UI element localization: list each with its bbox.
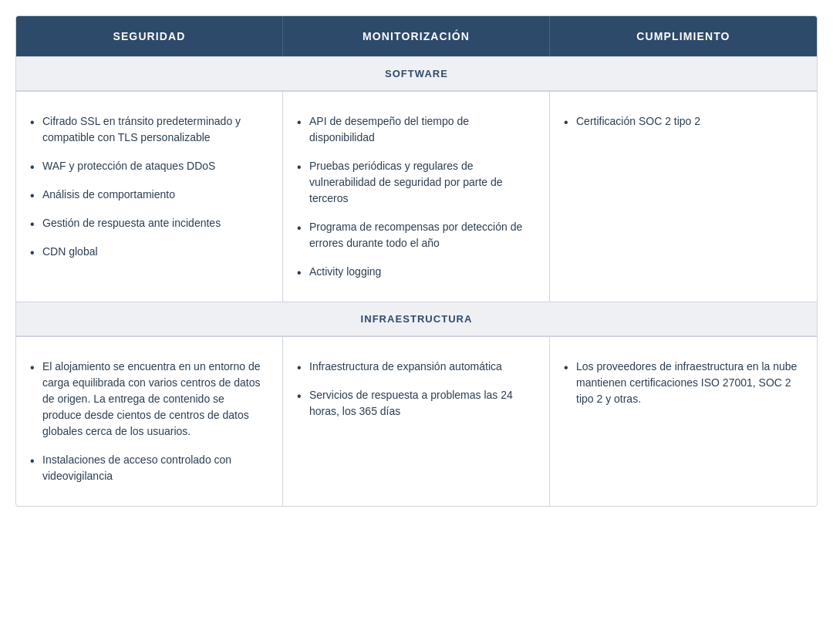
list-item: Gestión de respuesta ante incidentes	[29, 215, 264, 231]
software-security-list: Cifrado SSL en tránsito predeterminado y…	[29, 113, 264, 260]
list-item: Instalaciones de acceso controlado con v…	[29, 452, 264, 484]
security-table: SEGURIDAD MONITORIZACIÓN CUMPLIMIENTO SO…	[15, 15, 818, 507]
table-header: SEGURIDAD MONITORIZACIÓN CUMPLIMIENTO	[16, 16, 817, 56]
list-item: API de desempeño del tiempo de disponibi…	[295, 113, 531, 146]
list-item: Infraestructura de expansión automática	[295, 359, 531, 375]
list-item: Pruebas periódicas y regulares de vulner…	[295, 158, 531, 207]
software-compliance-list: Certificación SOC 2 tipo 2	[562, 113, 798, 130]
software-content-row: Cifrado SSL en tránsito predeterminado y…	[16, 91, 817, 302]
infra-security-list: El alojamiento se encuentra en un entorn…	[29, 359, 264, 484]
section-infraestructura: INFRAESTRUCTURA	[16, 302, 817, 336]
software-monitoring-list: API de desempeño del tiempo de disponibi…	[295, 113, 531, 280]
infra-compliance-cell: Los proveedores de infraestructura en la…	[550, 337, 817, 506]
list-item: Análisis de comportamiento	[29, 187, 264, 203]
infra-monitoring-list: Infraestructura de expansión automática …	[295, 359, 531, 420]
list-item: Certificación SOC 2 tipo 2	[562, 113, 798, 130]
list-item: WAF y protección de ataques DDoS	[29, 158, 264, 174]
header-monitorizacion: MONITORIZACIÓN	[283, 16, 550, 56]
list-item: Programa de recompensas por detección de…	[295, 219, 531, 251]
software-security-cell: Cifrado SSL en tránsito predeterminado y…	[16, 92, 283, 302]
list-item: El alojamiento se encuentra en un entorn…	[29, 359, 264, 440]
infra-security-cell: El alojamiento se encuentra en un entorn…	[16, 337, 283, 506]
software-monitoring-cell: API de desempeño del tiempo de disponibi…	[283, 92, 550, 302]
list-item: Servicios de respuesta a problemas las 2…	[295, 387, 531, 420]
header-seguridad: SEGURIDAD	[16, 16, 283, 56]
list-item: Activity logging	[295, 264, 531, 280]
software-compliance-cell: Certificación SOC 2 tipo 2	[550, 92, 817, 302]
header-cumplimiento: CUMPLIMIENTO	[550, 16, 817, 56]
section-software: SOFTWARE	[16, 56, 817, 91]
infra-monitoring-cell: Infraestructura de expansión automática …	[283, 337, 550, 506]
list-item: Cifrado SSL en tránsito predeterminado y…	[29, 113, 264, 146]
infra-content-row: El alojamiento se encuentra en un entorn…	[16, 336, 817, 506]
list-item: Los proveedores de infraestructura en la…	[562, 359, 798, 407]
list-item: CDN global	[29, 244, 264, 260]
infra-compliance-list: Los proveedores de infraestructura en la…	[562, 359, 798, 407]
